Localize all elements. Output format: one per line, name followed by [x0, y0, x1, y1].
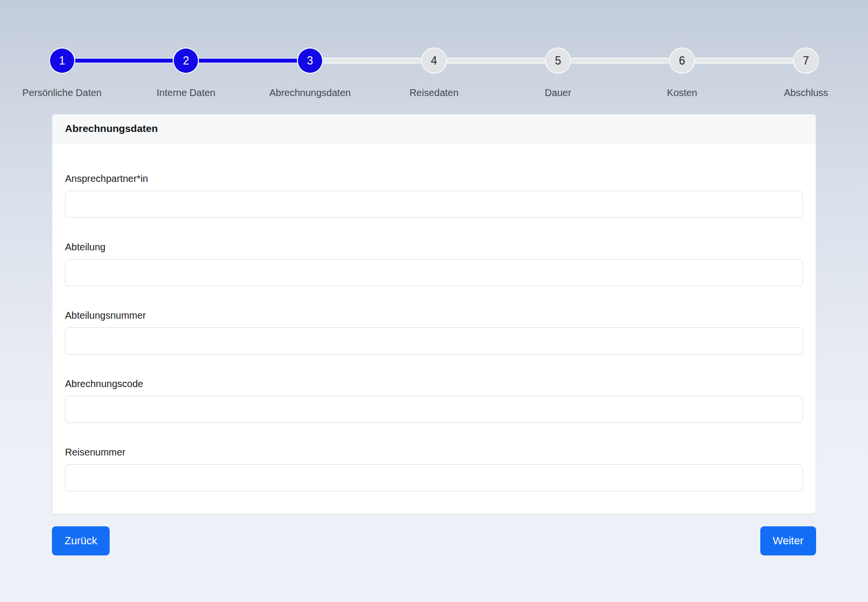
step-label: Kosten	[667, 87, 697, 98]
back-button[interactable]: Zurück	[52, 526, 110, 555]
input-abteilung[interactable]	[65, 259, 803, 286]
step-number: 2	[183, 54, 189, 67]
step-number-badge[interactable]: 2	[174, 49, 198, 73]
stepper-step-dauer[interactable]: 5 Dauer	[496, 49, 620, 98]
step-label: Dauer	[545, 87, 571, 98]
form-card: Abrechnungsdaten Ansprechpartner*in Abte…	[52, 114, 816, 514]
input-abteilungsnummer[interactable]	[65, 327, 803, 355]
step-number: 6	[679, 54, 685, 67]
form-field: Reisenummer	[65, 447, 803, 491]
next-button[interactable]: Weiter	[760, 526, 816, 555]
step-label: Reisedaten	[409, 87, 459, 98]
travel-expense-wizard: 1 Persönliche Daten 2 Interne Daten 3 Ab…	[0, 0, 868, 602]
stepper-step-abschluss[interactable]: 7 Abschluss	[744, 49, 868, 98]
form-field: Abrechnungscode	[65, 378, 803, 423]
card-title: Abrechnungsdaten	[65, 123, 158, 134]
field-label: Abteilungsnummer	[65, 310, 803, 321]
stepper-step-persoenliche-daten[interactable]: 1 Persönliche Daten	[0, 49, 124, 98]
form-field: Abteilungsnummer	[65, 310, 803, 355]
step-label: Interne Daten	[157, 87, 215, 98]
field-label: Ansprechpartner*in	[65, 173, 803, 184]
step-number-badge[interactable]: 6	[670, 49, 694, 73]
step-number: 7	[803, 54, 809, 67]
step-number-badge[interactable]: 7	[794, 49, 818, 73]
field-label: Reisenummer	[65, 447, 803, 458]
card-header: Abrechnungsdaten	[52, 114, 816, 143]
step-number-badge[interactable]: 4	[422, 49, 446, 73]
step-number-badge[interactable]: 1	[50, 49, 74, 73]
step-number-badge[interactable]: 3	[298, 49, 322, 73]
field-label: Abrechnungscode	[65, 378, 803, 390]
field-label: Abteilung	[65, 242, 803, 253]
wizard-nav: Zurück Weiter	[52, 526, 816, 555]
step-number: 3	[307, 54, 313, 67]
stepper-step-abrechnungsdaten[interactable]: 3 Abrechnungsdaten	[248, 49, 372, 98]
step-label: Persönliche Daten	[22, 87, 101, 98]
form-field: Ansprechpartner*in	[65, 173, 803, 218]
input-reisenummer[interactable]	[65, 464, 803, 491]
stepper-step-kosten[interactable]: 6 Kosten	[620, 49, 744, 98]
input-ansprechpartner-in[interactable]	[65, 191, 803, 218]
stepper-step-interne-daten[interactable]: 2 Interne Daten	[124, 49, 248, 98]
form-field: Abteilung	[65, 242, 803, 286]
step-number: 1	[59, 54, 65, 67]
stepper-step-reisedaten[interactable]: 4 Reisedaten	[372, 49, 496, 98]
step-number: 5	[555, 54, 561, 67]
wizard-stepper: 1 Persönliche Daten 2 Interne Daten 3 Ab…	[0, 0, 868, 98]
step-number-badge[interactable]: 5	[546, 49, 570, 73]
card-body: Ansprechpartner*in Abteilung Abteilungsn…	[52, 143, 816, 514]
step-label: Abschluss	[784, 87, 828, 98]
input-abrechnungscode[interactable]	[65, 396, 803, 423]
step-number: 4	[431, 54, 437, 67]
step-label: Abrechnungsdaten	[269, 87, 351, 98]
